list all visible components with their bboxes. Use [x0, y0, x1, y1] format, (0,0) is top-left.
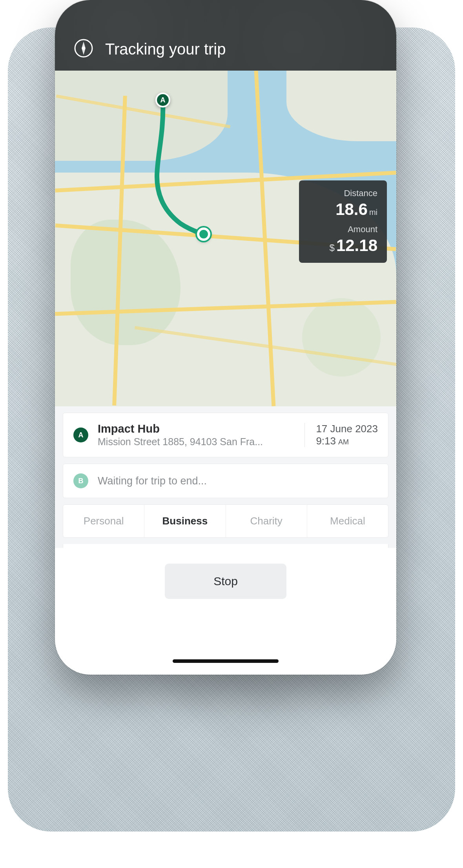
compass-icon [74, 38, 93, 58]
svg-point-2 [82, 47, 85, 50]
home-indicator[interactable] [173, 659, 279, 663]
amount-number: 12.18 [336, 236, 377, 255]
current-location-marker-icon[interactable] [197, 227, 210, 241]
origin-marker-icon[interactable]: A [155, 93, 170, 107]
origin-date: 17 June 2023 [316, 423, 378, 435]
destination-status: Waiting for trip to end... [98, 475, 378, 487]
map-view[interactable]: A Distance 18.6 mi Amount $ 12.18 [55, 71, 396, 406]
origin-time: 9:13 [316, 435, 336, 447]
app-header: Tracking your trip [55, 0, 396, 71]
amount-label: Amount [308, 224, 377, 235]
page-title: Tracking your trip [105, 40, 226, 58]
distance-unit: mi [369, 208, 377, 217]
origin-datetime: 17 June 2023 9:13 AM [304, 423, 378, 447]
card-edge [63, 544, 388, 548]
tab-business[interactable]: Business [144, 505, 226, 537]
category-segmented-control: Personal Business Charity Medical [63, 504, 388, 538]
phone-frame: Tracking your trip A Distance 18.6 mi Am… [55, 0, 396, 675]
amount-currency: $ [330, 242, 335, 253]
tab-personal[interactable]: Personal [63, 505, 144, 537]
trip-stats-card: Distance 18.6 mi Amount $ 12.18 [299, 180, 387, 263]
tab-medical[interactable]: Medical [307, 505, 388, 537]
origin-card[interactable]: A Impact Hub Mission Street 1885, 94103 … [63, 413, 388, 457]
footer-actions: Stop [55, 548, 396, 616]
origin-time-suffix: AM [338, 438, 349, 446]
trip-details-panel: A Impact Hub Mission Street 1885, 94103 … [55, 406, 396, 548]
origin-address: Mission Street 1885, 94103 San Fra... [98, 436, 295, 448]
destination-pin-icon: B [73, 473, 88, 488]
amount-value: $ 12.18 [308, 236, 377, 255]
distance-number: 18.6 [335, 200, 368, 219]
stop-button[interactable]: Stop [165, 564, 286, 599]
origin-name: Impact Hub [98, 422, 295, 435]
distance-label: Distance [308, 188, 377, 198]
distance-value: 18.6 mi [308, 200, 377, 219]
tab-charity[interactable]: Charity [226, 505, 307, 537]
origin-pin-icon: A [73, 428, 88, 442]
destination-card[interactable]: B Waiting for trip to end... [63, 464, 388, 498]
